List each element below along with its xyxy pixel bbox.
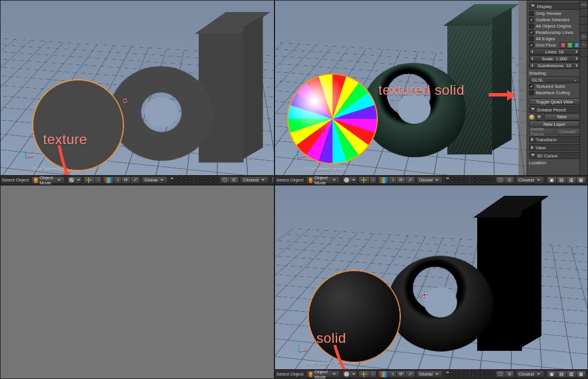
chk-all-edges[interactable]: All Edges <box>529 36 580 42</box>
manipulator-toggle[interactable] <box>103 176 114 184</box>
section-display-header[interactable]: Display <box>529 3 580 10</box>
viewport-header: Select Object Object Mode ◦ ↕⟳⤢ Global <box>275 175 587 184</box>
snap-element[interactable]: ⊙ <box>505 176 514 184</box>
menu-object[interactable]: Object <box>16 177 29 183</box>
snap-mode-select[interactable]: Closest <box>240 176 269 184</box>
mode-select[interactable]: Object Mode <box>306 176 340 184</box>
toggle-quad-view-button[interactable]: Toggle Quad View <box>529 98 580 105</box>
cursor-icon <box>86 177 92 183</box>
mode-label: Object Mode <box>314 369 329 380</box>
strip-item[interactable]: A <box>580 41 587 49</box>
chk-only-render[interactable]: Only Render <box>529 10 580 17</box>
axis-y-button[interactable]: Y <box>567 42 573 48</box>
3d-scene[interactable] <box>1 1 274 175</box>
chk-grid-floor[interactable]: Grid Floor X Y Z <box>529 42 580 48</box>
scene-info-text: (1) pSphere1 group1 <box>305 167 347 172</box>
gp-add-button[interactable]: + <box>536 114 543 121</box>
gp-new-button[interactable]: New <box>544 114 580 121</box>
pivot-center-button[interactable] <box>358 176 370 184</box>
pivot-center-button[interactable] <box>83 176 95 184</box>
label-shading: Shading: <box>529 70 580 76</box>
menu-select[interactable]: Select <box>276 372 289 377</box>
layer-buttons[interactable] <box>446 371 493 377</box>
snap-element[interactable]: ⊙ <box>229 176 239 184</box>
axis-x-button[interactable]: X <box>560 42 566 48</box>
strip-item[interactable]: es <box>580 1 587 9</box>
strip-item[interactable] <box>580 49 587 57</box>
pivot-opts-button[interactable]: ◦ <box>369 370 377 378</box>
properties-panel: Display Only Render Outline Selected All… <box>527 1 587 175</box>
num-subdiv[interactable]: Subdivisions: 10 <box>529 62 580 69</box>
mode-label: Object Mode <box>40 175 55 185</box>
annotation-arrow-icon <box>489 88 517 103</box>
manip-scale[interactable]: ⤢ <box>130 176 140 184</box>
manip-rotate[interactable]: ⟳ <box>121 176 131 184</box>
annotation-textured-solid: textured solid <box>378 82 465 98</box>
menu-select[interactable]: Select <box>2 177 14 183</box>
strip-item[interactable] <box>580 25 587 33</box>
editor-type-strip: es Bi A <box>579 1 587 184</box>
pivot-opts-button[interactable]: ◦ <box>94 176 102 184</box>
grease-pencil-icon <box>529 114 535 120</box>
manip-translate[interactable]: ↕ <box>114 176 122 184</box>
menu-select[interactable]: Select <box>276 177 289 183</box>
axis-gizmo <box>18 150 34 166</box>
viewport-texture: essio (1) <box>0 0 274 185</box>
gp-delete-frame-button[interactable]: Delete Frame <box>529 128 554 135</box>
num-scale[interactable]: Scale: 1.000 <box>529 55 580 62</box>
chk-relationship-lines[interactable]: Relationship Lines <box>529 29 580 36</box>
chk-textured-solid[interactable]: Textured Solid <box>529 83 580 90</box>
menu-object[interactable]: Object <box>290 372 303 377</box>
manipulator-toggle[interactable] <box>378 370 389 378</box>
viewport-header: Select Object Object Mode ◦ ↕ ⟳ ⤢ <box>1 175 274 184</box>
snap-mode-select[interactable]: Closest <box>516 370 544 378</box>
annotation-solid: solid <box>316 330 346 346</box>
strip-item[interactable] <box>580 17 587 25</box>
mode-select[interactable]: Object Mode <box>306 370 340 378</box>
snap-seg: ⬡ ⊙ <box>220 176 239 184</box>
shading-select[interactable] <box>67 176 82 184</box>
section-view-header[interactable]: View <box>529 144 580 151</box>
shading-solid-icon <box>344 177 349 183</box>
mode-label: Object Mode <box>314 175 329 185</box>
manipulator-toggle[interactable] <box>378 176 389 184</box>
object-sphere[interactable] <box>308 270 400 362</box>
num-lines[interactable]: Lines: 16 <box>529 48 580 55</box>
section-transform-header[interactable]: Transform <box>529 136 580 143</box>
strip-item[interactable] <box>580 9 587 17</box>
snap-toggle[interactable]: ⬡ <box>496 370 505 378</box>
chk-outline-selected[interactable]: Outline Selected <box>529 17 580 23</box>
orientation-select[interactable]: Global <box>416 370 443 378</box>
mode-select[interactable]: Object Mode <box>31 176 65 184</box>
snap-toggle[interactable]: ⬡ <box>496 176 505 184</box>
viewport-solid: (1) pSphere1 gr solid Select Object Obje… <box>274 185 588 379</box>
layer-buttons[interactable] <box>170 177 218 183</box>
axis-gizmo <box>290 150 306 166</box>
pivot-opts-button[interactable]: ◦ <box>369 176 377 184</box>
strip-item[interactable]: Bi <box>580 33 587 41</box>
shading-select[interactable] <box>342 176 357 184</box>
object-mode-icon <box>34 177 38 183</box>
orientation-select[interactable]: Global <box>416 176 443 184</box>
section-3dcursor-header[interactable]: 3D Cursor <box>529 152 580 159</box>
layer-buttons[interactable] <box>446 177 493 183</box>
section-grease-pencil-header[interactable]: Grease Pencil <box>529 106 580 113</box>
shading-select[interactable] <box>342 370 357 378</box>
snap-toggle[interactable]: ⬡ <box>220 176 230 184</box>
chk-backface-culling[interactable]: Backface Culling <box>529 90 580 96</box>
chk-all-origins[interactable]: All Object Origins <box>529 23 580 29</box>
axis-gizmo <box>291 344 307 360</box>
annotation-arrow-icon <box>53 145 76 180</box>
viewport-textured-solid: (1) pSphere1 group1 textured solid Displ… <box>274 0 588 185</box>
menu-object[interactable]: Object <box>290 177 303 183</box>
snap-element[interactable]: ⊙ <box>505 370 514 378</box>
orientation-select[interactable]: Global <box>141 176 168 184</box>
object-sphere[interactable] <box>33 80 123 171</box>
pivot-center-button[interactable] <box>358 370 370 378</box>
gp-convert-button[interactable]: Convert <box>555 128 581 135</box>
3d-cursor <box>122 98 128 104</box>
object-cube[interactable] <box>199 13 243 163</box>
shading-select-panel[interactable]: GLSL⌄ <box>529 76 580 83</box>
3d-cursor <box>422 292 428 298</box>
snap-mode-select[interactable]: Closest <box>516 176 544 184</box>
